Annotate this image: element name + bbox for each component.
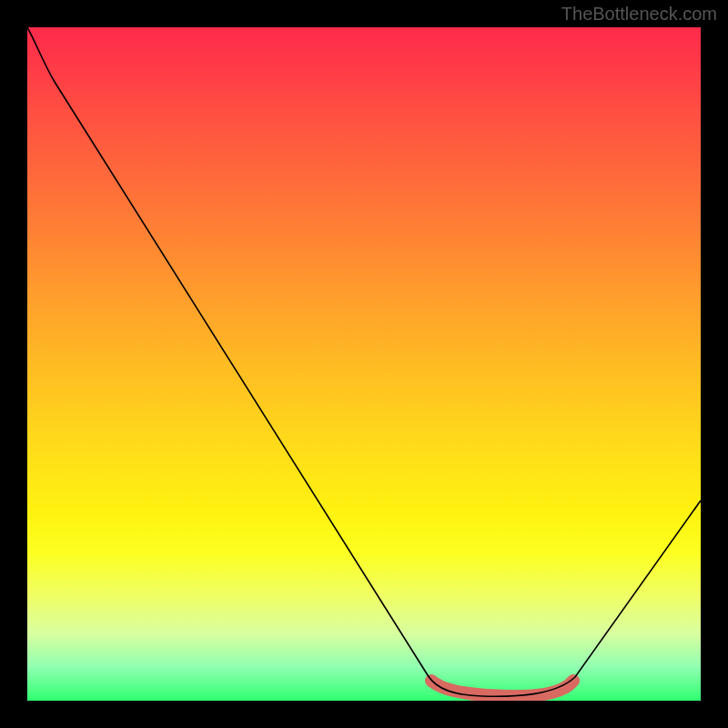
watermark-text: TheBottleneck.com bbox=[561, 4, 717, 25]
bottleneck-curve-line bbox=[27, 27, 701, 696]
chart-plot-area bbox=[27, 27, 701, 701]
chart-svg bbox=[27, 27, 701, 701]
highlight-segment bbox=[431, 681, 573, 696]
